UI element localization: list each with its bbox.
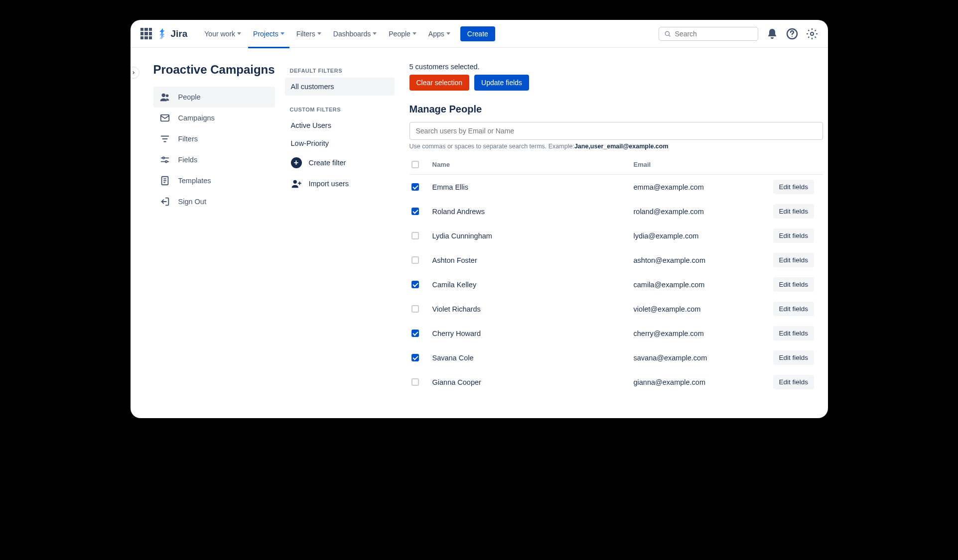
chevron-down-icon [237,32,241,35]
edit-fields-button[interactable]: Edit fields [773,326,815,340]
chevron-down-icon [317,32,321,35]
jira-logo[interactable]: Jira [157,28,188,39]
cell-name: Violet Richards [432,305,634,313]
sidebar-item-templates[interactable]: Templates [153,170,275,191]
sidebar-item-fields[interactable]: Fields [153,149,275,170]
edit-fields-button[interactable]: Edit fields [773,277,815,292]
svg-point-5 [161,94,165,97]
filter-all-customers[interactable]: All customers [285,78,395,96]
row-checkbox[interactable] [411,256,419,264]
row-checkbox[interactable] [411,330,419,337]
sidebar-item-label: Sign Out [178,198,206,206]
people-icon [159,92,170,103]
row-checkbox[interactable] [411,281,419,288]
cell-email: emma@example.com [634,183,773,191]
nav-item-your-work[interactable]: Your work [199,27,246,41]
edit-fields-button[interactable]: Edit fields [773,302,815,316]
import-users-label: Import users [309,180,349,188]
search-hint: Use commas or spaces to separate search … [410,143,823,150]
row-checkbox[interactable] [411,305,419,313]
global-search-input[interactable] [675,30,753,38]
cell-email: camila@example.com [634,281,773,289]
custom-filters-heading: CUSTOM FILTERS [285,102,395,116]
filter-low-priority[interactable]: Low-Priority [285,134,395,152]
table-row: Savana Colesavana@example.comEdit fields [410,345,823,370]
row-checkbox[interactable] [411,354,419,361]
import-users-button[interactable]: Import users [285,173,395,194]
chevron-down-icon [373,32,377,35]
select-all-checkbox[interactable] [411,161,419,168]
filters-panel: DEFAULT FILTERS All customers CUSTOM FIL… [280,48,400,418]
chevron-down-icon [412,32,416,35]
table-row: Violet Richardsviolet@example.comEdit fi… [410,297,823,321]
sidebar-item-label: Templates [178,177,211,185]
table-row: Ashton Fosterashton@example.comEdit fiel… [410,248,823,272]
cell-email: roland@example.com [634,208,773,216]
svg-point-3 [792,36,793,37]
row-checkbox[interactable] [411,378,419,386]
clear-selection-button[interactable]: Clear selection [410,75,470,91]
cell-email: gianna@example.com [634,378,773,386]
sidebar-item-people[interactable]: People [153,87,275,108]
cell-name: Ashton Foster [432,256,634,264]
default-filters-heading: DEFAULT FILTERS [285,63,395,78]
search-users-input[interactable] [410,122,823,140]
sidebar-item-campaigns[interactable]: Campaigns [153,108,275,128]
section-title: Manage People [410,104,823,115]
sidebar-item-sign-out[interactable]: Sign Out [153,191,275,212]
template-icon [159,175,170,186]
edit-fields-button[interactable]: Edit fields [773,375,815,389]
svg-point-6 [165,95,168,98]
jira-icon [157,28,168,39]
row-checkbox[interactable] [411,208,419,215]
edit-fields-button[interactable]: Edit fields [773,180,815,194]
edit-fields-button[interactable]: Edit fields [773,253,815,267]
nav-item-apps[interactable]: Apps [423,27,455,41]
nav-item-filters[interactable]: Filters [291,27,326,41]
cell-name: Gianna Cooper [432,378,634,386]
notifications-icon[interactable] [766,28,778,40]
sidebar-item-filters[interactable]: Filters [153,128,275,149]
row-checkbox[interactable] [411,183,419,191]
settings-icon[interactable] [806,28,818,40]
chevron-down-icon [446,32,450,35]
global-search[interactable] [659,27,758,41]
cell-email: violet@example.com [634,305,773,313]
filter-icon [159,133,170,144]
create-button[interactable]: Create [460,26,495,41]
nav-item-projects[interactable]: Projects [248,27,289,41]
nav-item-people[interactable]: People [384,27,421,41]
app-switcher-icon[interactable] [140,28,152,40]
cell-name: Roland Andrews [432,208,634,216]
update-fields-button[interactable]: Update fields [474,75,529,91]
table-row: Cherry Howardcherry@example.comEdit fiel… [410,321,823,345]
plus-icon: + [291,157,302,168]
filter-active-users[interactable]: Active Users [285,116,395,134]
chevron-right-icon [131,70,136,75]
cell-email: cherry@example.com [634,330,773,337]
sidebar-item-label: Filters [178,135,198,143]
svg-point-4 [811,32,814,35]
sidebar-item-label: Campaigns [178,114,215,122]
sliders-icon [159,154,170,165]
edit-fields-button[interactable]: Edit fields [773,228,815,243]
edit-fields-button[interactable]: Edit fields [773,350,815,365]
top-navigation: Jira Your workProjectsFiltersDashboardsP… [131,20,828,48]
table-row: Gianna Coopergianna@example.comEdit fiel… [410,370,823,394]
page-title: Proactive Campaigns [131,58,280,87]
row-checkbox[interactable] [411,232,419,239]
main-panel: 5 customers selected. Clear selection Up… [400,48,828,418]
cell-email: savana@example.com [634,354,773,362]
cell-name: Emma Ellis [432,183,634,191]
create-filter-button[interactable]: + Create filter [285,152,395,173]
cell-name: Savana Cole [432,354,634,362]
svg-point-20 [293,180,296,184]
table-row: Roland Andrewsroland@example.comEdit fie… [410,199,823,224]
nav-item-dashboards[interactable]: Dashboards [328,27,382,41]
help-icon[interactable] [786,28,798,40]
edit-fields-button[interactable]: Edit fields [773,204,815,219]
table-header: Name Email [410,157,823,175]
sidebar-item-label: People [178,93,201,101]
svg-point-12 [162,157,164,159]
cell-email: ashton@example.com [634,256,773,264]
